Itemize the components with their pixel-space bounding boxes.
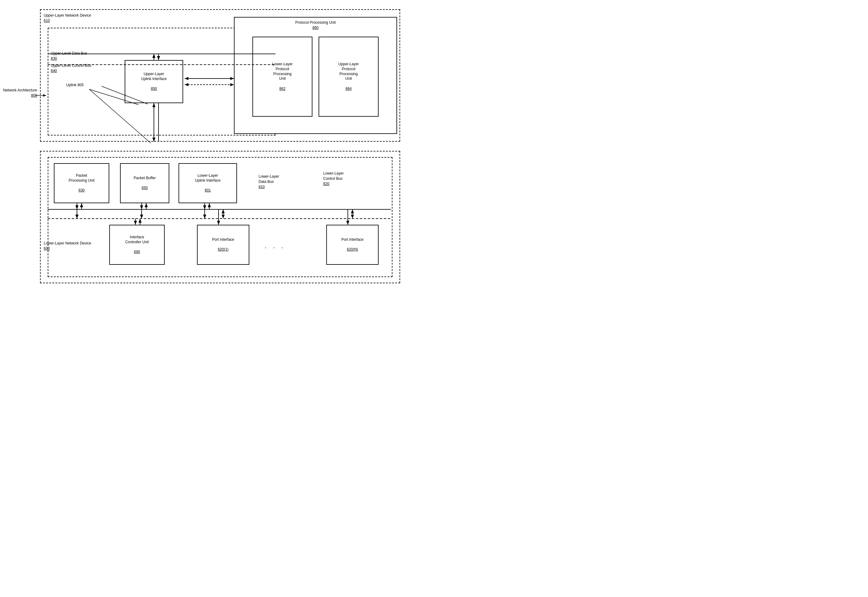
diagram-container: Network Architecture 800 Upper-Layer Net… <box>0 0 406 290</box>
upper-ctrl-bus-label: Upper-Level Control Bus 840 <box>51 63 91 74</box>
upper-data-bus-label: Upper-Level Data Bus 830 <box>51 51 87 61</box>
interface-ctrl-box: InterfaceController Unit 690 <box>109 225 165 265</box>
packet-proc-box: PacketProcessing Unit 630 <box>54 163 109 203</box>
uplink-label: Uplink 805 <box>66 83 84 88</box>
upper-uplink-box: Upper-LayerUplink Interface 850 <box>125 60 183 103</box>
lower-ctrl-bus-label: Lower-LayerControl Bus 820 <box>323 171 344 186</box>
protocol-proc-box: Protocol Processing Unit 860 Lower-Layer… <box>234 17 397 134</box>
port-interface-n-box: Port Interface 620(N) <box>326 225 378 265</box>
port-interface-1-box: Port Interface 620(1) <box>197 225 249 265</box>
lower-proto-box: Lower-LayerProtocolProcessingUnit 862 <box>252 37 312 117</box>
lower-uplink-box: Lower-LayerUplink Interface 801 <box>178 163 237 203</box>
upper-proto-box: Upper-LayerProtocolProcessingUnit 864 <box>319 37 378 117</box>
ellipsis: . . . <box>265 242 286 250</box>
network-architecture-label: Network Architecture 800 <box>3 88 37 98</box>
upper-device-label: Upper-Layer Network Device 610 <box>44 13 91 24</box>
lower-data-bus-label: Lower-LayerData Bus 810 <box>258 174 279 189</box>
packet-buffer-box: Packet Buffer 650 <box>120 163 169 203</box>
